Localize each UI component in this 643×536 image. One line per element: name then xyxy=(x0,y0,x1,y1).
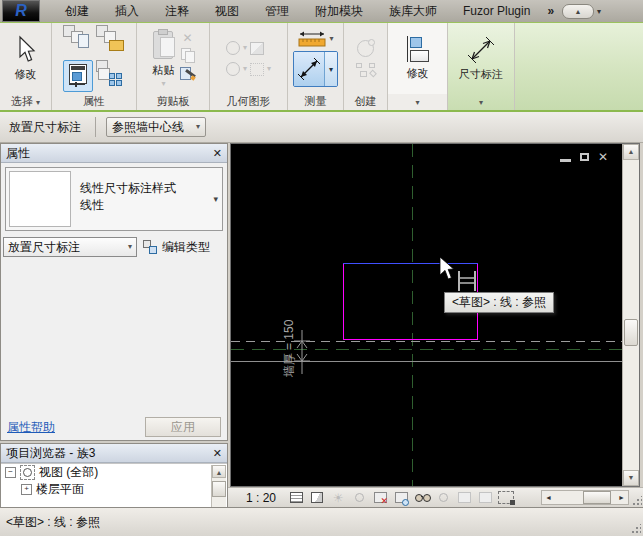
properties-palette-header[interactable]: 属性 ✕ xyxy=(1,144,227,163)
cope-icon[interactable] xyxy=(226,41,240,55)
ribbon-state-button[interactable]: ▲ xyxy=(562,4,594,19)
visual-style-icon[interactable] xyxy=(309,491,325,505)
project-browser-close-icon[interactable]: ✕ xyxy=(213,447,222,460)
measure-button[interactable]: ▾ xyxy=(297,30,333,48)
edit-type-button[interactable]: 编辑类型 xyxy=(143,239,210,256)
scroll-left-icon[interactable]: ◄ xyxy=(542,494,555,501)
tab-view[interactable]: 视图 xyxy=(202,0,252,22)
tab-manage[interactable]: 管理 xyxy=(252,0,302,22)
aligned-dimension-icon xyxy=(294,52,324,86)
modify-tool-label: 修改 xyxy=(15,67,37,82)
sun-path-icon[interactable]: ☀ xyxy=(330,491,346,505)
modify-tool-button[interactable]: 修改 xyxy=(15,35,37,82)
highlighted-sketch-line[interactable] xyxy=(343,263,478,264)
apply-button[interactable]: 应用 xyxy=(145,417,221,437)
panel-select: 修改 选择 ▾ xyxy=(0,23,52,110)
show-crop-region-icon[interactable] xyxy=(393,491,409,505)
tab-overflow-icon[interactable]: » xyxy=(547,4,552,18)
types-button[interactable] xyxy=(96,60,124,90)
cope-dropdown-icon[interactable]: ▾ xyxy=(243,44,247,52)
family-category-button[interactable] xyxy=(96,25,124,55)
aligned-dimension-dropdown-icon[interactable]: ▾ xyxy=(324,52,337,86)
type-selector-family: 线性尺寸标注样式 xyxy=(80,180,218,197)
properties-palette: 属性 ✕ 线性尺寸标注样式 线性 ▾ 放置尺寸标注 ▾ 编辑类型 xyxy=(0,143,228,441)
component-icon[interactable] xyxy=(357,40,374,57)
join-dropdown-icon[interactable]: ▾ xyxy=(243,65,247,73)
cut-icon[interactable]: ✕ xyxy=(182,31,192,45)
element-filter-dropdown-icon: ▾ xyxy=(128,243,132,251)
view-close-icon[interactable]: ✕ xyxy=(598,152,608,162)
expand-expander-icon[interactable]: + xyxy=(21,484,32,495)
canvas-resize-grip[interactable] xyxy=(632,496,642,506)
dimension-cursor-badge-icon xyxy=(454,269,480,293)
match-type-brush-icon[interactable] xyxy=(180,66,196,81)
edit-type-label: 编辑类型 xyxy=(162,239,210,256)
panel-modify-expander[interactable]: ▾ xyxy=(388,94,447,110)
tab-annotate[interactable]: 注释 xyxy=(152,0,202,22)
shadows-icon[interactable] xyxy=(351,491,367,505)
dimension-button[interactable]: 尺寸标注 xyxy=(459,35,503,82)
wall-thickness-dimension-label[interactable]: 墙厚 = 150 xyxy=(281,308,298,390)
properties-palette-button[interactable] xyxy=(63,60,93,92)
vertical-scrollbar[interactable]: ▲ ▼ xyxy=(622,144,639,486)
scroll-right-icon[interactable]: ► xyxy=(615,494,628,501)
collapse-expander-icon[interactable]: − xyxy=(5,467,16,478)
copy-icon[interactable] xyxy=(181,48,195,63)
view-restore-icon[interactable] xyxy=(580,153,589,161)
placement-dropdown[interactable]: 参照墙中心线 ▾ xyxy=(106,117,206,137)
properties-help-link[interactable]: 属性帮助 xyxy=(7,419,55,436)
view-scale-button[interactable]: 1 : 20 xyxy=(246,491,276,505)
family-types-button[interactable] xyxy=(63,25,91,55)
tab-family-library[interactable]: 族库大师 xyxy=(376,0,450,22)
tab-create[interactable]: 创建 xyxy=(52,0,102,22)
view-minimize-icon[interactable] xyxy=(560,159,571,162)
ribbon-state-dropdown-icon[interactable]: ▾ xyxy=(597,7,601,16)
measure-dropdown-icon[interactable]: ▾ xyxy=(329,35,333,43)
tab-addins[interactable]: 附加模块 xyxy=(302,0,376,22)
panel-dimension-expander[interactable]: ▾ xyxy=(448,94,514,110)
join-icon[interactable] xyxy=(226,62,240,76)
project-browser-header[interactable]: 项目浏览器 - 族3 ✕ xyxy=(1,444,227,463)
scroll-thumb[interactable] xyxy=(624,319,638,346)
browser-scrollbar[interactable]: ▲ xyxy=(211,465,226,507)
workflow-icon[interactable] xyxy=(356,63,376,77)
type-selector[interactable]: 线性尺寸标注样式 线性 ▾ xyxy=(5,167,223,231)
tree-item-floorplans[interactable]: + 楼层平面 xyxy=(1,481,227,498)
application-menu-button[interactable]: R xyxy=(2,0,40,22)
reveal-constraints-lock-icon[interactable] xyxy=(498,491,514,505)
modify-mode-button[interactable]: 修改 xyxy=(406,36,430,81)
crop-view-off-icon[interactable]: ✕ xyxy=(372,491,388,505)
horizontal-scroll-thumb[interactable] xyxy=(583,491,611,504)
horizontal-scroll-track[interactable] xyxy=(555,491,615,504)
cut-geometry-icon[interactable] xyxy=(250,42,264,55)
horizontal-scrollbar[interactable]: ◄ ► xyxy=(541,490,629,505)
browser-scroll-thumb[interactable] xyxy=(212,481,226,497)
paint-dropdown-icon[interactable]: ▾ xyxy=(267,65,271,73)
aligned-dimension-button[interactable]: ▾ xyxy=(293,51,338,87)
paint-icon[interactable] xyxy=(250,63,264,76)
element-filter-dropdown[interactable]: 放置尺寸标注 ▾ xyxy=(3,237,137,257)
drawing-canvas[interactable]: ✕ 墙厚 = 150 <草图> : 线 xyxy=(231,144,622,486)
show-constraints-icon[interactable] xyxy=(477,491,493,505)
panel-properties-label: 属性 xyxy=(52,94,136,110)
temporary-view-properties-icon[interactable] xyxy=(456,491,472,505)
scroll-down-icon[interactable]: ▼ xyxy=(623,470,639,486)
tree-item-views[interactable]: − 视图 (全部) xyxy=(1,464,227,481)
properties-close-icon[interactable]: ✕ xyxy=(213,147,222,160)
panel-select-label[interactable]: 选择 ▾ xyxy=(0,94,51,110)
browser-scroll-up-icon[interactable]: ▲ xyxy=(212,465,226,478)
window-resize-grip[interactable] xyxy=(631,524,641,534)
paste-button[interactable]: 粘贴 ▾ xyxy=(151,29,177,88)
type-selector-dropdown-icon[interactable]: ▾ xyxy=(213,194,218,204)
tab-insert[interactable]: 插入 xyxy=(102,0,152,22)
panel-create-label: 创建 xyxy=(344,94,387,110)
scroll-up-icon[interactable]: ▲ xyxy=(623,144,639,160)
detail-level-icon[interactable] xyxy=(288,491,304,505)
tab-fuzor-plugin[interactable]: Fuzor Plugin xyxy=(450,0,543,22)
dimension-panel-dropdown-icon: ▾ xyxy=(479,98,483,107)
tree-item-floorplans-label: 楼层平面 xyxy=(36,481,84,498)
element-filter-value: 放置尺寸标注 xyxy=(8,239,80,256)
reveal-hidden-elements-icon[interactable] xyxy=(435,491,451,505)
temporary-hide-isolate-icon[interactable] xyxy=(414,491,430,505)
cursor-arrow-icon xyxy=(15,35,37,65)
